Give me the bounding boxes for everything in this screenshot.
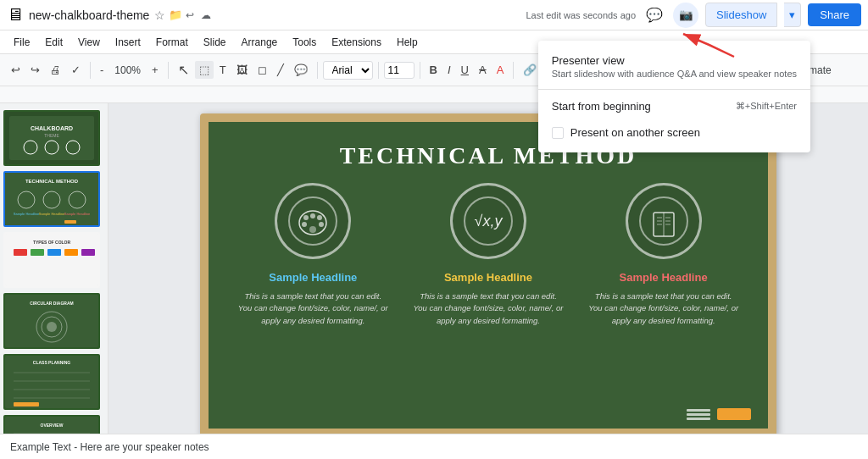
svg-point-27	[47, 322, 57, 332]
image-tool[interactable]: 🖼	[232, 61, 252, 79]
svg-point-50	[309, 226, 316, 233]
menu-slide[interactable]: Slide	[197, 35, 233, 50]
slide-canvas[interactable]: TECHNICAL METHOD	[200, 113, 776, 434]
svg-rect-19	[31, 249, 44, 256]
menu-extensions[interactable]: Extensions	[325, 35, 388, 50]
col1-headline[interactable]: Sample Headline	[269, 271, 357, 284]
slide-thumbnail-wrapper-3: 3 TYPES OF COLOR	[3, 232, 104, 288]
bold-button[interactable]: B	[426, 61, 442, 79]
svg-text:Sample Headline: Sample Headline	[39, 212, 65, 216]
svg-point-47	[317, 215, 322, 220]
canvas-area[interactable]: TECHNICAL METHOD	[108, 103, 868, 434]
star-icon[interactable]: ☆	[154, 8, 165, 22]
svg-text:√x,y: √x,y	[475, 213, 504, 230]
notes-text[interactable]: Example Text - Here are your speaker not…	[10, 441, 209, 453]
menu-format[interactable]: Format	[149, 35, 195, 50]
col3-headline[interactable]: Sample Headline	[620, 271, 708, 284]
col2-headline[interactable]: Sample Headline	[444, 271, 532, 284]
strikethrough-button[interactable]: A	[475, 61, 491, 79]
col1-text[interactable]: This is a sample text that you can edit.…	[236, 290, 389, 327]
slide-column-1: Sample Headline This is a sample text th…	[236, 183, 389, 327]
slideshow-dropdown-button[interactable]: ▾	[784, 3, 801, 27]
svg-rect-1	[9, 116, 94, 160]
camera-button[interactable]: 📷	[673, 3, 698, 28]
slide-thumbnail-wrapper-4: 4 CIRCULAR DIAGRAM	[3, 293, 104, 349]
slideshow-button[interactable]: Slideshow	[705, 3, 777, 27]
menu-view[interactable]: View	[71, 35, 107, 50]
select-tool[interactable]: ⬚	[195, 61, 214, 79]
slide-thumbnail-6[interactable]: OVERVIEW	[3, 415, 100, 434]
svg-text:TECHNICAL METHOD: TECHNICAL METHOD	[25, 179, 79, 184]
svg-rect-21	[64, 249, 78, 256]
separator-3	[317, 62, 318, 79]
col3-text[interactable]: This is a sample text that you can edit.…	[587, 290, 740, 327]
doc-title: new-chalkboard-theme	[29, 8, 149, 22]
spellcheck-button[interactable]: ✓	[67, 61, 85, 79]
comments-icon[interactable]: 💬	[643, 3, 666, 26]
start-from-beginning-item[interactable]: Start from beginning ⌘+Shift+Enter	[538, 93, 810, 119]
slide-thumbnail-3[interactable]: TYPES OF COLOR	[3, 232, 100, 288]
share-button[interactable]: Share	[808, 3, 861, 26]
zoom-in-button[interactable]: +	[147, 61, 163, 79]
present-another-checkbox[interactable]	[552, 127, 564, 139]
slide-thumbnail-5[interactable]: CLASS PLANNING	[3, 354, 100, 410]
notes-area[interactable]: Example Text - Here are your speaker not…	[0, 434, 868, 459]
slide-4-preview: CIRCULAR DIAGRAM	[5, 295, 98, 347]
svg-text:OVERVIEW: OVERVIEW	[41, 423, 64, 428]
slide-column-2: √x,y Sample Headline This is a sample te…	[412, 183, 565, 327]
slide-thumbnail-wrapper-6: 6 OVERVIEW	[3, 415, 104, 434]
present-another-label: Present on another screen	[570, 126, 700, 139]
menu-file[interactable]: File	[7, 35, 36, 50]
redo-button[interactable]: ↪	[26, 61, 44, 79]
svg-text:Sample Headline: Sample Headline	[14, 212, 40, 216]
zoom-level: 100%	[109, 63, 146, 78]
svg-text:TYPES OF COLOR: TYPES OF COLOR	[33, 240, 71, 245]
start-shortcut-label: ⌘+Shift+Enter	[736, 101, 797, 112]
history-icon[interactable]: ↩	[186, 9, 194, 21]
shapes-tool[interactable]: ◻	[253, 61, 271, 79]
font-size-input[interactable]	[384, 62, 415, 79]
print-button[interactable]: 🖨	[46, 61, 65, 79]
svg-text:CHALKBOARD: CHALKBOARD	[31, 125, 73, 131]
slideshow-dropdown-popup: Presenter view Start slideshow with audi…	[538, 41, 810, 152]
slide-thumbnail-4[interactable]: CIRCULAR DIAGRAM	[3, 293, 100, 349]
start-from-beginning-label: Start from beginning	[552, 100, 651, 113]
font-selector[interactable]: Arial	[323, 61, 373, 80]
main-area: 1 CHALKBOARD THEME 2	[0, 103, 868, 434]
slide-thumbnail-2[interactable]: TECHNICAL METHOD Sample Headline Sample …	[3, 171, 100, 227]
present-another-screen-item[interactable]: Present on another screen	[538, 119, 810, 146]
menu-tools[interactable]: Tools	[286, 35, 323, 50]
text-tool[interactable]: T	[215, 61, 231, 79]
top-bar: 🖥 new-chalkboard-theme ☆ 📁 ↩ ☁ Last edit…	[0, 0, 868, 30]
math-icon: √x,y	[463, 196, 514, 246]
svg-text:THEME: THEME	[44, 133, 59, 138]
top-right-buttons: 💬 📷 Slideshow ▾ Share	[643, 3, 861, 28]
eraser-decoration	[687, 408, 751, 420]
cloud-icon: ☁	[201, 9, 211, 21]
app-icon: 🖥	[7, 5, 24, 25]
line-tool[interactable]: ╱	[273, 61, 288, 79]
underline-button[interactable]: U	[457, 61, 473, 79]
menu-insert[interactable]: Insert	[108, 35, 147, 50]
menu-edit[interactable]: Edit	[38, 35, 70, 50]
menu-help[interactable]: Help	[390, 35, 425, 50]
undo-button[interactable]: ↩	[7, 61, 25, 79]
slide-thumbnail-wrapper-1: 1 CHALKBOARD THEME	[3, 110, 104, 166]
zoom-out-button[interactable]: -	[96, 61, 108, 79]
italic-button[interactable]: I	[443, 61, 455, 79]
font-color-button[interactable]: A	[492, 61, 509, 79]
menu-arrange[interactable]: Arrange	[235, 35, 285, 50]
svg-point-43	[289, 197, 337, 245]
folder-icon[interactable]: 📁	[169, 8, 182, 21]
dropdown-separator-1	[538, 89, 810, 90]
comment-tool[interactable]: 💬	[290, 61, 312, 79]
cursor-tool[interactable]: ↖	[174, 59, 193, 80]
slide-1-preview: CHALKBOARD THEME	[5, 112, 98, 164]
svg-rect-20	[47, 249, 61, 256]
col2-circle-icon: √x,y	[450, 183, 526, 259]
last-edit-label: Last edit was seconds ago	[526, 10, 636, 20]
col2-text[interactable]: This is a sample text that you can edit.…	[412, 290, 565, 327]
slide-5-preview: CLASS PLANNING	[5, 356, 98, 408]
presenter-view-item[interactable]: Presenter view Start slideshow with audi…	[538, 47, 810, 86]
slide-thumbnail-1[interactable]: CHALKBOARD THEME	[3, 110, 100, 166]
